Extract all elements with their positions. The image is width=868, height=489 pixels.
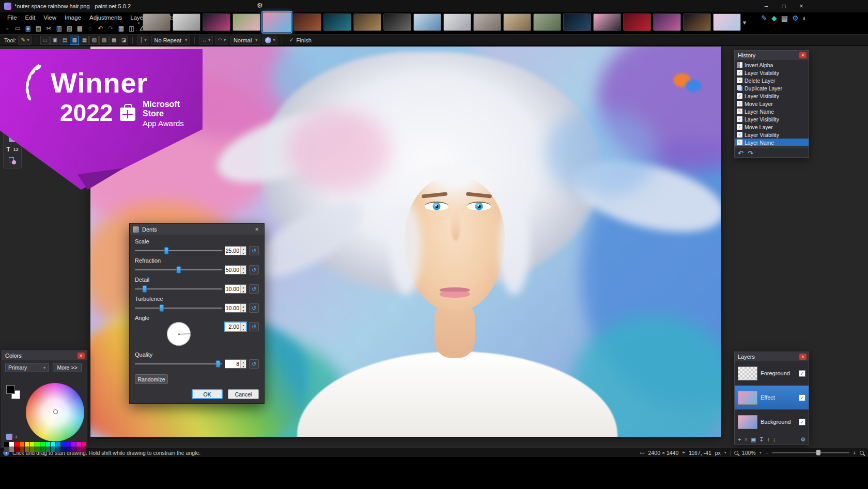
palette-swatch[interactable] xyxy=(82,442,86,447)
color-target-dropdown[interactable]: Primary ▾ xyxy=(5,363,49,372)
image-thumbnail[interactable] xyxy=(623,13,651,31)
more-colors-button[interactable]: More >> xyxy=(53,363,82,372)
menu-adjustments[interactable]: Adjustments xyxy=(85,13,126,23)
zoom-in-icon[interactable]: + xyxy=(853,450,856,456)
zoom-out-icon[interactable]: − xyxy=(765,450,768,456)
image-thumbnail[interactable] xyxy=(443,13,471,31)
layer-row[interactable]: Effect✓ xyxy=(735,386,809,410)
theme-icon[interactable]: ◐ xyxy=(803,14,807,22)
spin-up-icon[interactable]: ▴ xyxy=(241,304,246,308)
image-thumbnail[interactable] xyxy=(262,12,291,33)
palette-swatch[interactable] xyxy=(61,442,66,447)
slider-track[interactable] xyxy=(135,247,222,255)
palette-swatch[interactable] xyxy=(66,447,71,452)
primary-color-swatch[interactable] xyxy=(6,385,15,394)
palette-swatch[interactable] xyxy=(14,442,19,447)
zoom-to-window-icon[interactable] xyxy=(860,451,864,455)
image-thumbnail[interactable] xyxy=(413,13,441,31)
color-wheel-indicator[interactable] xyxy=(53,409,58,414)
reset-button[interactable]: ↺ xyxy=(249,246,259,255)
menu-edit[interactable]: Edit xyxy=(21,13,40,23)
image-thumbnail[interactable] xyxy=(683,13,711,31)
merge-layer-down-icon[interactable]: ↧ xyxy=(759,436,764,443)
arrow-style-dropdown[interactable]: ↔ ▾ xyxy=(199,36,213,45)
history-item[interactable]: ↕Move Layer xyxy=(735,123,809,131)
layer-row[interactable]: Background✓ xyxy=(735,410,809,434)
colors-close-icon[interactable]: × xyxy=(78,353,85,359)
value-input[interactable]: 10.00▴▾ xyxy=(225,303,246,313)
palette-swatch[interactable] xyxy=(9,442,14,447)
palette-swatch[interactable] xyxy=(40,447,45,452)
history-item[interactable]: ✓Layer Visibility xyxy=(735,92,809,100)
layers-close-icon[interactable]: × xyxy=(799,354,807,360)
blend-mode-icon[interactable]: ▩ xyxy=(109,36,118,45)
reset-button[interactable]: ↺ xyxy=(249,322,259,331)
history-close-icon[interactable]: × xyxy=(799,52,807,58)
grid-icon[interactable]: ▦ xyxy=(117,24,126,33)
delete-layer-icon[interactable]: × xyxy=(744,436,747,443)
palette-swatch[interactable] xyxy=(25,447,29,452)
palette-swatch[interactable] xyxy=(56,447,60,452)
image-thumbnail[interactable] xyxy=(593,13,621,31)
palette-swatch[interactable] xyxy=(14,447,19,452)
reset-button[interactable]: ↺ xyxy=(249,303,259,313)
slider-track[interactable] xyxy=(135,304,222,312)
image-thumbnail[interactable] xyxy=(713,13,741,31)
history-item[interactable]: ✓Layer Visibility xyxy=(735,131,809,139)
image-thumbnail[interactable] xyxy=(533,13,561,31)
palette-swatch[interactable] xyxy=(25,442,29,447)
image-thumbnail[interactable] xyxy=(173,13,200,31)
image-thumbnail[interactable] xyxy=(653,13,681,31)
palette-swatch[interactable] xyxy=(4,442,9,447)
open-file-icon[interactable]: ▭ xyxy=(13,24,22,33)
primary-secondary-swatches[interactable] xyxy=(6,385,22,401)
image-thumbnail[interactable] xyxy=(563,13,591,31)
palette-swatch[interactable] xyxy=(56,442,60,447)
history-item[interactable]: ×Delete Layer xyxy=(735,77,809,84)
paste-icon[interactable]: ▧ xyxy=(65,24,74,33)
image-thumbnail[interactable] xyxy=(383,13,411,31)
layer-visible-checkbox[interactable]: ✓ xyxy=(799,419,805,425)
sampling-icon[interactable]: ◪ xyxy=(119,36,128,45)
value-input[interactable]: 8▴▾ xyxy=(225,359,246,369)
mini-palette-icon[interactable] xyxy=(6,434,12,440)
slider-track[interactable] xyxy=(135,266,222,274)
current-tool-dropdown[interactable]: ✎ ▾ xyxy=(18,36,32,45)
value-input[interactable]: 2.00▴▾ xyxy=(225,322,246,331)
pen-settings-icon[interactable]: ✎ xyxy=(761,14,767,22)
palette-swatch[interactable] xyxy=(76,447,81,452)
minimize-button[interactable]: – xyxy=(757,0,775,12)
image-thumbnail[interactable] xyxy=(203,13,230,31)
move-layer-up-icon[interactable]: ↑ xyxy=(767,436,770,443)
value-input[interactable]: 25.00▴▾ xyxy=(225,246,246,255)
slider-track[interactable] xyxy=(135,285,222,293)
move-layer-down-icon[interactable]: ↓ xyxy=(773,436,776,443)
zoom-level-value[interactable]: 100% xyxy=(742,450,756,456)
unit-dropdown[interactable]: px xyxy=(715,450,721,456)
slider-handle[interactable] xyxy=(160,304,164,312)
image-thumbnail[interactable] xyxy=(353,13,381,31)
palette-swatch[interactable] xyxy=(30,447,35,452)
slider-handle[interactable] xyxy=(164,247,168,254)
selection-intersect-icon[interactable]: ▥ xyxy=(70,36,79,45)
new-file-icon[interactable]: ▫ xyxy=(3,24,12,33)
maximize-button[interactable]: □ xyxy=(775,0,793,12)
deselect-icon[interactable]: ◌ xyxy=(86,24,95,33)
selection-subtract-icon[interactable]: ▤ xyxy=(60,36,69,45)
spin-down-icon[interactable]: ▾ xyxy=(241,289,246,293)
history-panel-header[interactable]: History × xyxy=(735,51,809,60)
spin-down-icon[interactable]: ▾ xyxy=(241,364,246,368)
reset-button[interactable]: ↺ xyxy=(249,359,259,369)
palette-swatch[interactable] xyxy=(66,442,71,447)
layer-visible-checkbox[interactable]: ✓ xyxy=(799,370,805,377)
snap-icon[interactable]: ◫ xyxy=(127,24,136,33)
spin-up-icon[interactable]: ▴ xyxy=(241,285,246,289)
crop-icon[interactable]: ▩ xyxy=(75,24,84,33)
spin-up-icon[interactable]: ▴ xyxy=(241,266,246,270)
randomize-button[interactable]: Randomize xyxy=(135,374,168,384)
selection-add-icon[interactable]: ▣ xyxy=(50,36,59,45)
spin-down-icon[interactable]: ▾ xyxy=(241,327,246,331)
palette-swatch[interactable] xyxy=(20,447,24,452)
palette-swatch[interactable] xyxy=(35,442,40,447)
menu-file[interactable]: File xyxy=(3,13,21,23)
